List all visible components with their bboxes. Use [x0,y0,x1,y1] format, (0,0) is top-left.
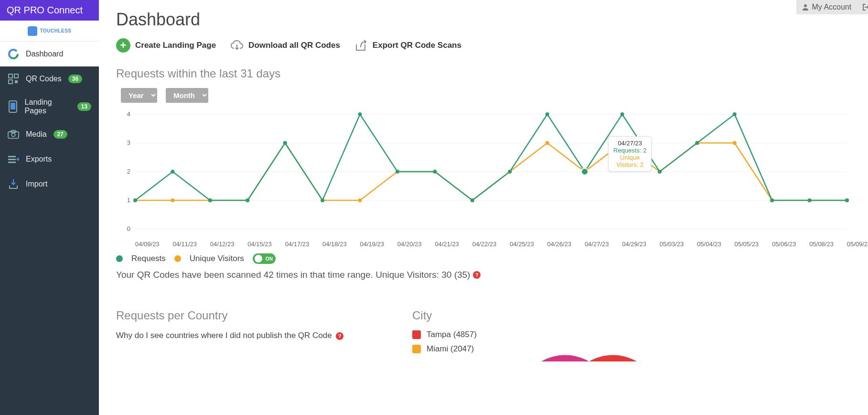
sidebar-item-qrcodes[interactable]: QR Codes 36 [0,66,99,91]
tooltip-uv1: Unique [613,154,646,161]
account-label: My Account [812,3,851,11]
x-tick: 04/11/23 [172,240,210,248]
requests-heading: Requests within the last 31 days [116,67,868,80]
help-icon[interactable]: ? [336,332,343,340]
nav-label: Exports [26,155,52,164]
month-select[interactable]: Month [166,88,208,103]
tooltip-uv2: Visitors: 2 [613,161,646,168]
svg-point-48 [246,198,249,202]
sidebar-item-import[interactable]: Import [0,172,99,197]
svg-point-62 [770,198,774,202]
page-title: Dashboard [116,10,868,30]
svg-point-56 [546,112,549,116]
x-tick: 04/29/23 [622,240,659,248]
nav-label: Import [26,180,47,188]
summary-text: Your QR Codes have been scanned 42 times… [116,270,868,280]
chart-container: 01234 04/27/23 Requests: 2 Unique Visito… [121,109,868,239]
sidebar-item-dashboard[interactable]: Dashboard [0,42,99,66]
requests-dot-icon [116,255,123,262]
svg-text:0: 0 [127,225,130,232]
logo-area[interactable]: TOUCHLESS [0,21,99,42]
nav-label: Landing Pages [25,98,71,115]
svg-point-9 [11,133,15,136]
logout-button[interactable]: Logout [857,0,868,14]
action-bar: + Create Landing Page Download all QR Co… [116,38,868,53]
nav-badge: 13 [77,102,91,111]
legend-requests: Requests [131,254,166,263]
svg-point-59 [658,170,662,174]
dashboard-icon [8,48,19,60]
plus-icon: + [116,38,130,53]
year-select[interactable]: Year [121,88,157,103]
filter-selects: Year Month [121,88,868,103]
svg-point-49 [283,141,287,145]
svg-text:4: 4 [127,110,130,118]
toggle-label: ON [266,256,273,262]
x-tick: 04/20/23 [397,240,435,248]
svg-point-58 [620,112,624,116]
city-label: Miami (2047) [427,344,474,354]
country-note: Why do I see countries where I did not p… [116,331,332,340]
svg-rect-13 [8,162,16,163]
export-arrow-icon [354,40,368,51]
svg-point-36 [546,141,549,145]
action-label: Create Landing Page [135,41,216,50]
create-landing-button[interactable]: + Create Landing Page [116,38,216,53]
sidebar-item-media[interactable]: Media 27 [0,122,99,147]
x-tick: 04/18/23 [322,240,360,248]
touchless-icon [28,26,37,36]
x-tick: 05/08/23 [809,240,847,248]
help-icon[interactable]: ? [473,271,481,279]
svg-point-14 [804,4,807,7]
svg-point-65 [581,168,588,175]
x-tick: 04/21/23 [435,240,472,248]
x-tick: 05/05/23 [735,240,772,248]
svg-point-31 [358,198,362,202]
x-tick: 04/22/23 [472,240,510,248]
x-tick: 04/17/23 [285,240,322,248]
bottom-row: Requests per Country Why do I see countr… [116,309,868,359]
media-icon [8,129,19,140]
x-tick: 05/09/23 [847,240,868,248]
x-tick: 04/26/23 [547,240,584,248]
topbar: My Account Logout [796,0,868,14]
svg-point-53 [433,170,437,174]
unique-toggle[interactable]: ON [253,253,276,264]
country-section: Requests per Country Why do I see countr… [116,309,364,359]
cloud-download-icon [230,40,244,51]
x-tick: 04/25/23 [510,240,547,248]
city-pie-icon [536,333,642,361]
svg-rect-3 [14,74,18,78]
chart-x-axis: 04/09/2304/11/2304/12/2304/15/2304/17/23… [121,240,868,248]
x-tick: 04/15/23 [247,240,285,248]
svg-point-54 [471,198,474,202]
chart-tooltip: 04/27/23 Requests: 2 Unique Visitors: 2 [608,136,652,172]
my-account-button[interactable]: My Account [796,0,857,14]
sidebar-item-exports[interactable]: Exports [0,147,99,172]
svg-point-64 [845,198,849,202]
download-qr-button[interactable]: Download all QR Codes [230,40,340,51]
city-swatch-icon [412,330,421,339]
svg-point-63 [808,198,812,202]
svg-point-46 [171,170,174,174]
city-heading: City [412,309,699,322]
svg-point-41 [733,141,737,145]
brand-title: QR PRO Connect [0,0,99,21]
export-scans-button[interactable]: Export QR Code Scans [354,40,461,51]
sidebar-item-landing[interactable]: Landing Pages 13 [0,91,99,122]
nav-badge: 27 [54,130,67,139]
x-tick: 04/09/23 [135,240,172,248]
logout-icon [863,4,868,11]
exports-icon [8,153,19,165]
svg-point-45 [133,198,137,202]
city-swatch-icon [412,345,421,353]
svg-point-26 [171,198,174,202]
svg-point-52 [396,170,399,174]
landing-icon [8,101,18,112]
svg-rect-11 [8,156,16,157]
requests-chart: 01234 [121,109,852,239]
action-label: Export QR Code Scans [373,41,461,50]
svg-rect-12 [8,159,16,160]
svg-point-50 [321,198,324,202]
svg-point-55 [508,170,512,174]
